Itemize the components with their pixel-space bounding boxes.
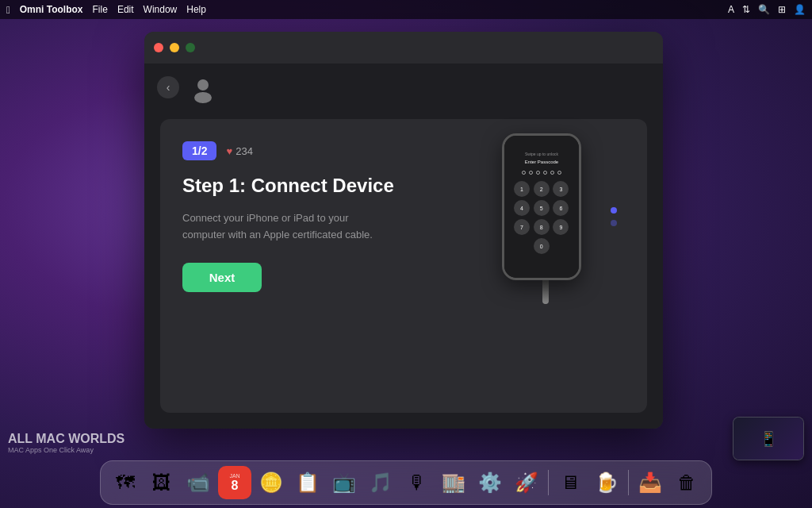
dock-separator-1 <box>548 470 549 495</box>
dock-photos[interactable]: 🖼 <box>145 466 178 499</box>
dock-appstore[interactable]: 🏬 <box>437 466 470 499</box>
main-card: 1/2 ♥ 234 Step 1: Connect Device Connect… <box>160 119 647 413</box>
passcode-dot-1 <box>522 171 526 175</box>
close-button[interactable] <box>154 43 163 52</box>
key-9: 9 <box>553 219 569 235</box>
dock-testflight[interactable]: 🚀 <box>510 466 543 499</box>
menubar-arrows-icon: ⇅ <box>742 4 750 15</box>
dock-maps[interactable]: 🗺 <box>109 466 142 499</box>
step-description: Connect your iPhone or iPad to your comp… <box>182 210 373 244</box>
step-badge: 1/2 <box>182 141 216 160</box>
watermark: ALL MAC WORLDS MAC Apps One Click Away <box>8 432 124 454</box>
menu-file[interactable]: File <box>93 4 108 15</box>
like-count-area: ♥ 234 <box>226 145 252 157</box>
menu-help[interactable]: Help <box>186 4 206 15</box>
user-avatar-area <box>189 75 217 103</box>
dock-facetime[interactable]: 📹 <box>182 466 215 499</box>
dock-notes[interactable]: 📋 <box>291 466 324 499</box>
like-icon: ♥ <box>226 145 232 157</box>
dock-appletv[interactable]: 📺 <box>327 466 361 499</box>
card-left: 1/2 ♥ 234 Step 1: Connect Device Connect… <box>182 141 466 292</box>
dock-contacts[interactable]: 🪙 <box>255 466 288 499</box>
key-2: 2 <box>534 181 550 197</box>
dock-settings[interactable]: ⚙️ <box>473 466 507 499</box>
watermark-subtitle: MAC Apps One Click Away <box>8 446 124 454</box>
menu-bar:  Omni Toolbox File Edit Window Help A ⇅… <box>0 0 812 19</box>
menu-edit[interactable]: Edit <box>117 4 134 15</box>
thumbnail-inner: 📱 <box>733 418 803 460</box>
dock-trash[interactable]: 🗑 <box>670 466 703 499</box>
user-avatar-icon <box>189 75 217 103</box>
passcode-dot-6 <box>557 171 561 175</box>
phone-body: Swipe up to unlock Enter Passcode <box>502 133 581 280</box>
menu-bar-left:  Omni Toolbox File Edit Window Help <box>6 4 206 16</box>
title-bar <box>144 32 663 64</box>
dock-music[interactable]: 🎵 <box>364 466 397 499</box>
step-title: Step 1: Connect Device <box>182 173 466 198</box>
key-4: 4 <box>514 200 530 216</box>
phone-swipe-text: Swipe up to unlock <box>525 152 558 156</box>
app-name-menu[interactable]: Omni Toolbox <box>20 4 83 15</box>
menubar-a-icon: A <box>728 4 734 15</box>
dock-podcasts[interactable]: 🎙 <box>400 466 434 499</box>
dock-separator-2 <box>628 470 629 495</box>
dot-nav-2[interactable] <box>611 220 617 226</box>
key-1: 1 <box>514 181 530 197</box>
key-6: 6 <box>553 200 569 216</box>
key-empty-left <box>514 238 530 254</box>
key-5: 5 <box>534 200 550 216</box>
next-button[interactable]: Next <box>182 263 262 292</box>
passcode-dot-4 <box>543 171 547 175</box>
card-header: 1/2 ♥ 234 <box>182 141 466 160</box>
passcode-dot-2 <box>529 171 533 175</box>
key-empty-right <box>553 238 569 254</box>
dots-navigation <box>611 207 617 226</box>
menu-window[interactable]: Window <box>144 4 178 15</box>
card-right: Swipe up to unlock Enter Passcode <box>466 141 625 292</box>
key-3: 3 <box>553 181 569 197</box>
svg-point-0 <box>197 79 209 90</box>
phone-screen: Swipe up to unlock Enter Passcode <box>504 136 579 278</box>
dock-terminal[interactable]: 🖥 <box>553 466 587 499</box>
like-number: 234 <box>236 145 253 157</box>
app-thumbnail: 📱 <box>733 417 804 460</box>
phone-passcode-label: Enter Passcode <box>525 160 558 164</box>
key-7: 7 <box>514 219 530 235</box>
menu-bar-right: A ⇅ 🔍 ⊞ 👤 <box>728 4 806 15</box>
apple-icon[interactable]:  <box>6 4 10 16</box>
dock-downloads[interactable]: 📥 <box>634 466 667 499</box>
phone-illustration: Swipe up to unlock Enter Passcode <box>502 133 589 292</box>
app-window: ‹ 1/2 ♥ 234 <box>144 32 663 429</box>
menubar-search-icon[interactable]: 🔍 <box>758 4 770 15</box>
key-0: 0 <box>534 238 550 254</box>
dock-homebrew[interactable]: 🍺 <box>590 466 623 499</box>
dot-nav-1[interactable] <box>611 207 617 214</box>
phone-cable <box>542 280 549 304</box>
menubar-user-icon[interactable]: 👤 <box>794 4 806 15</box>
key-8: 8 <box>534 219 550 235</box>
watermark-title: ALL MAC WORLDS <box>8 432 124 446</box>
window-content: ‹ 1/2 ♥ 234 <box>144 64 663 429</box>
maximize-button[interactable] <box>186 43 195 52</box>
passcode-dot-5 <box>550 171 554 175</box>
passcode-dot-3 <box>536 171 540 175</box>
phone-keypad: 1 2 3 4 5 6 7 8 9 0 <box>514 181 569 254</box>
minimize-button[interactable] <box>170 43 179 52</box>
passcode-dots <box>522 171 561 175</box>
dock: 🗺 🖼 📹 JAN8 🪙 📋 📺 🎵 🎙 🏬 ⚙️ 🚀 🖥 🍺 📥 🗑 <box>100 460 712 505</box>
svg-point-1 <box>194 92 212 103</box>
menubar-grid-icon[interactable]: ⊞ <box>778 4 786 15</box>
dock-calendar[interactable]: JAN8 <box>218 466 251 499</box>
back-button[interactable]: ‹ <box>157 76 179 98</box>
